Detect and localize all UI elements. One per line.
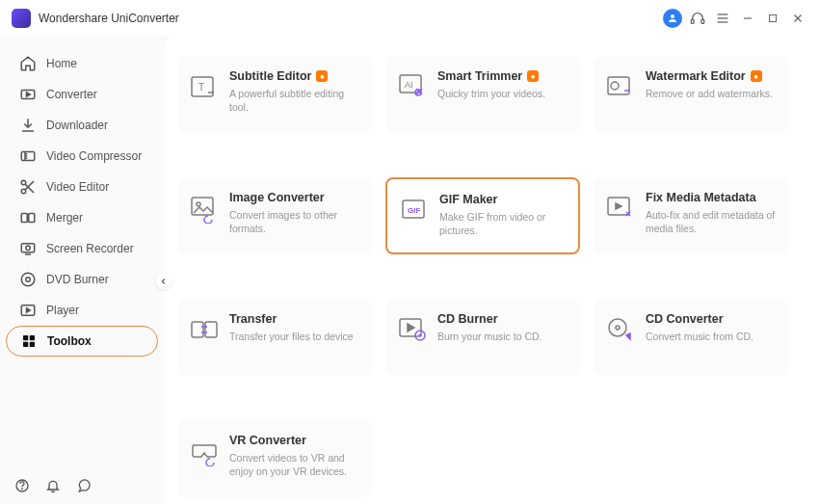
sidebar-item-label: Screen Recorder [46,242,134,255]
image-convert-icon [189,193,220,224]
tool-desc: Convert videos to VR and enjoy on your V… [229,451,360,478]
sidebar-item-label: Converter [46,88,97,101]
svg-rect-26 [23,335,28,340]
app-title: Wondershare UniConverter [39,12,179,25]
sidebar-item-dvd[interactable]: DVD Burner [6,264,158,295]
main: Home Converter Downloader Video Compress… [0,37,819,504]
sidebar-item-editor[interactable]: Video Editor [6,172,158,202]
tool-card-gif-maker[interactable]: GIF GIF Maker Make GIF from video or pic… [385,177,580,254]
svg-point-31 [22,489,23,490]
svg-text:GIF: GIF [408,206,420,215]
svg-rect-27 [30,335,35,340]
sidebar-item-converter[interactable]: Converter [6,79,158,110]
cd-burn-icon [397,314,428,345]
collapse-button[interactable] [156,274,172,289]
watermark-icon [605,71,636,102]
tool-desc: Convert music from CD. [646,330,777,343]
cd-convert-icon [605,314,636,345]
maximize-icon[interactable] [763,9,782,28]
sidebar-item-compressor[interactable]: Video Compressor [6,141,158,172]
compressor-icon [19,147,37,165]
svg-rect-29 [30,342,35,347]
tool-card-transfer[interactable]: Transfer Transfer your files to device [177,299,372,376]
svg-point-44 [197,202,200,206]
tool-desc: Remove or add watermarks. [646,87,777,100]
metadata-icon [605,193,636,224]
sidebar-item-label: Video Editor [46,180,109,194]
transfer-icon [189,314,220,345]
svg-point-0 [671,14,674,18]
tool-card-vr-converter[interactable]: VR Converter Convert videos to VR and en… [177,420,372,497]
svg-rect-19 [21,244,35,252]
tool-card-watermark-editor[interactable]: Watermark Editor● Remove or add watermar… [594,56,788,133]
svg-marker-52 [408,324,414,332]
trimmer-icon: AI [397,71,428,102]
sidebar-item-label: Player [46,304,79,317]
sidebar-item-label: Toolbox [47,334,92,348]
tool-title: Smart Trimmer [437,69,522,83]
close-icon[interactable] [788,9,807,28]
sidebar-item-merger[interactable]: Merger [6,202,158,233]
help-icon[interactable] [13,477,31,494]
svg-text:AI: AI [405,80,413,90]
svg-point-13 [21,180,26,185]
vr-icon [189,436,220,466]
hot-badge: ● [527,70,539,82]
tool-card-cd-converter[interactable]: CD Converter Convert music from CD. [594,299,788,376]
titlebar: Wondershare UniConverter [0,0,819,37]
sidebar-item-player[interactable]: Player [6,295,158,326]
converter-icon [19,86,37,103]
sidebar-item-recorder[interactable]: Screen Recorder [6,233,158,264]
sidebar-item-label: Video Compressor [46,149,142,163]
svg-rect-2 [701,19,704,23]
hot-badge: ● [751,70,762,82]
tool-card-image-converter[interactable]: Image Converter Convert images to other … [177,177,372,254]
disc-icon [19,271,37,288]
svg-point-14 [21,189,26,194]
minimize-icon[interactable] [738,9,757,28]
sidebar-item-label: Downloader [46,119,108,132]
bottom-icons [13,477,92,494]
content: T Subtitle Editor● A powerful subtitle e… [164,37,819,504]
user-icon[interactable] [663,9,682,28]
sidebar-item-label: Home [46,57,77,70]
tool-desc: Convert images to other formats. [229,208,360,235]
svg-rect-50 [205,322,217,337]
svg-point-22 [21,273,35,286]
svg-marker-11 [27,93,31,97]
svg-point-41 [611,82,619,90]
home-icon [19,55,37,72]
tool-desc: Auto-fix and edit metadata of media file… [646,208,777,235]
app-logo [12,9,31,28]
sidebar-item-downloader[interactable]: Downloader [6,110,158,141]
chat-icon[interactable] [75,477,92,494]
tool-card-cd-burner[interactable]: CD Burner Burn your music to CD. [385,299,580,376]
svg-rect-12 [21,152,35,161]
svg-rect-28 [23,342,28,347]
svg-rect-17 [21,214,27,223]
headset-icon[interactable] [688,9,707,28]
tool-card-fix-metadata[interactable]: Fix Media Metadata Auto-fix and edit met… [594,177,788,254]
sidebar-item-toolbox[interactable]: Toolbox [6,326,158,357]
sidebar: Home Converter Downloader Video Compress… [0,37,164,504]
tool-card-subtitle-editor[interactable]: T Subtitle Editor● A powerful subtitle e… [177,56,372,133]
tool-title: CD Converter [646,312,724,326]
tool-title: Watermark Editor [646,69,746,83]
tool-title: Image Converter [229,191,325,204]
svg-text:T: T [198,82,204,93]
svg-point-23 [26,278,31,282]
menu-icon[interactable] [713,9,732,28]
download-icon [19,117,37,134]
svg-rect-1 [691,19,694,23]
sidebar-item-label: DVD Burner [46,273,109,286]
svg-rect-49 [192,322,203,337]
tool-title: VR Converter [229,434,306,447]
subtitle-icon: T [189,71,220,102]
sidebar-item-label: Merger [46,211,83,225]
toolbox-icon [20,332,38,350]
tool-title: Fix Media Metadata [646,191,756,204]
tool-card-smart-trimmer[interactable]: AI Smart Trimmer● Quicky trim your video… [385,56,580,133]
tool-desc: Quicky trim your videos. [437,87,568,100]
bell-icon[interactable] [44,477,62,494]
sidebar-item-home[interactable]: Home [6,48,158,79]
